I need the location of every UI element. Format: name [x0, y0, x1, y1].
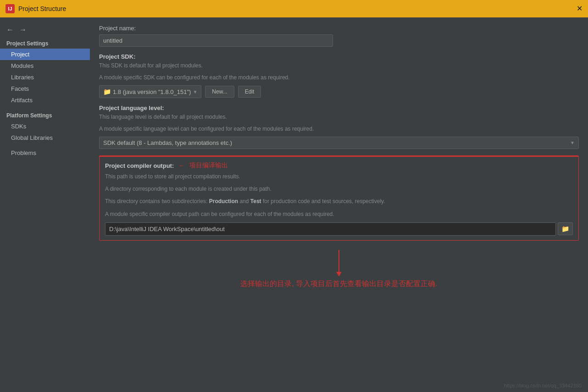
language-level-desc-2: A module specific language level can be … [99, 125, 579, 133]
annotation-arrowhead [336, 272, 342, 276]
content-area: Project name: Project SDK: This SDK is d… [90, 17, 588, 392]
platform-settings-label: Platform Settings [0, 110, 90, 121]
nav-buttons: ← → [0, 22, 90, 38]
nav-back-button[interactable]: ← [5, 25, 16, 35]
app-icon: IJ [6, 4, 15, 13]
sdk-dropdown-icon: 📁 [103, 88, 111, 95]
nav-forward-button[interactable]: → [17, 25, 28, 35]
language-level-dropdown[interactable]: SDK default (8 - Lambdas, type annotatio… [99, 137, 579, 149]
sdk-desc-2: A module specific SDK can be configured … [99, 73, 579, 82]
project-settings-label: Project Settings [0, 38, 90, 49]
compiler-desc-1: This path is used to store all project c… [105, 172, 573, 181]
sidebar-divider-2 [0, 144, 90, 147]
language-level-title: Project language level: [99, 105, 579, 111]
sidebar: ← → Project Settings Project Modules Lib… [0, 17, 90, 392]
sdk-row: 📁 1.8 (java version "1.8.0_151") ▼ New..… [99, 85, 579, 98]
project-name-input[interactable] [99, 34, 333, 47]
sidebar-item-project[interactable]: Project [0, 49, 90, 60]
sdk-desc-1: This SDK is default for all project modu… [99, 61, 579, 70]
sidebar-item-libraries[interactable]: Libraries [0, 72, 90, 83]
compiler-desc-2: A directory corresponding to each module… [105, 185, 573, 193]
window-title: Project Structure [18, 5, 66, 12]
sidebar-item-problems[interactable]: Problems [0, 147, 90, 159]
title-bar-left: IJ Project Structure [6, 4, 66, 13]
sidebar-item-artifacts[interactable]: Artifacts [0, 94, 90, 106]
language-level-section: Project language level: This language le… [99, 105, 579, 149]
compiler-folder-button[interactable]: 📁 [558, 222, 573, 235]
compiler-desc-3: This directory contains two subdirectori… [105, 197, 573, 206]
language-level-value: SDK default (8 - Lambdas, type annotatio… [103, 139, 232, 146]
title-bar: IJ Project Structure ✕ [0, 0, 588, 17]
sdk-title: Project SDK: [99, 53, 579, 60]
compiler-title: Project compiler output: [105, 162, 174, 169]
compiler-title-row: Project compiler output: ← 项目编译输出 [105, 161, 573, 170]
sdk-new-button[interactable]: New... [205, 86, 234, 98]
annotation-line [338, 250, 339, 273]
annotation-area: 选择输出的目录, 导入项目后首先查看输出目录是否配置正确. [99, 250, 579, 289]
compiler-desc-4: A module specific compiler output path c… [105, 210, 573, 219]
sidebar-item-global-libraries[interactable]: Global Libraries [0, 132, 90, 144]
footer-url: https://blog.csdn.net/qq_33442160 [504, 383, 582, 388]
compiler-annotation-arrow: ← [178, 162, 185, 169]
sidebar-item-facets[interactable]: Facets [0, 83, 90, 94]
sdk-edit-button[interactable]: Edit [238, 86, 261, 98]
sdk-section: Project SDK: This SDK is default for all… [99, 53, 579, 98]
compiler-input-row: 📁 [105, 222, 573, 236]
compiler-output-section: Project compiler output: ← 项目编译输出 This p… [99, 155, 579, 241]
language-level-desc-1: This language level is default for all p… [99, 113, 579, 121]
compiler-path-input[interactable] [105, 222, 556, 236]
sidebar-divider [0, 106, 90, 110]
sdk-dropdown[interactable]: 📁 1.8 (java version "1.8.0_151") ▼ [99, 85, 201, 98]
sdk-dropdown-value: 1.8 (java version "1.8.0_151") [113, 88, 191, 95]
main-layout: ← → Project Settings Project Modules Lib… [0, 17, 588, 392]
sdk-dropdown-arrow: ▼ [193, 89, 197, 94]
close-button[interactable]: ✕ [577, 5, 582, 12]
compiler-annotation-text: 项目编译输出 [189, 161, 228, 170]
sidebar-item-sdks[interactable]: SDKs [0, 121, 90, 132]
bottom-annotation-text: 选择输出的目录, 导入项目后首先查看输出目录是否配置正确. [240, 279, 437, 289]
project-name-label: Project name: [99, 25, 579, 32]
language-level-arrow: ▼ [570, 140, 575, 145]
sidebar-item-modules[interactable]: Modules [0, 60, 90, 72]
